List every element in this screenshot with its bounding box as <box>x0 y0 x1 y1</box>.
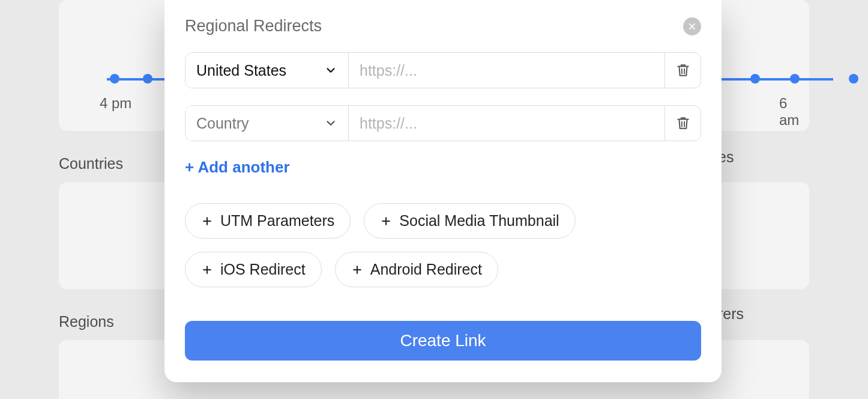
pill-social-thumbnail[interactable]: Social Media Thumbnail <box>364 203 575 239</box>
chart-dot <box>110 74 119 84</box>
pill-utm-parameters[interactable]: UTM Parameters <box>185 203 351 239</box>
country-placeholder: Country <box>196 115 249 132</box>
chart-dot <box>143 74 152 84</box>
chart-tick-label: 4 pm <box>100 95 131 112</box>
modal-header: Regional Redirects <box>185 17 701 35</box>
chart-dot <box>750 74 760 84</box>
country-select[interactable]: Country <box>185 106 349 141</box>
chart-tick-label: 6 am <box>779 95 809 129</box>
redirect-url-input[interactable] <box>349 53 665 88</box>
plus-icon <box>351 264 363 276</box>
option-pills: UTM Parameters Social Media Thumbnail iO… <box>185 203 701 287</box>
pill-label: Social Media Thumbnail <box>399 212 559 230</box>
delete-row-button[interactable] <box>665 106 701 141</box>
close-button[interactable] <box>683 17 701 35</box>
chart-dot <box>790 74 800 84</box>
close-icon <box>688 22 696 31</box>
create-link-modal: Regional Redirects United States Country… <box>164 0 722 382</box>
pill-label: UTM Parameters <box>220 212 334 230</box>
chevron-down-icon <box>324 64 337 77</box>
delete-row-button[interactable] <box>665 53 701 88</box>
add-another-link[interactable]: + Add another <box>185 158 290 177</box>
chart-dot <box>849 74 858 84</box>
add-another-label: + Add another <box>185 158 290 177</box>
chevron-down-icon <box>324 117 337 130</box>
plus-icon <box>380 215 392 227</box>
plus-icon <box>201 215 213 227</box>
redirect-row: Country <box>185 105 701 141</box>
create-link-button[interactable]: Create Link <box>185 321 701 361</box>
create-link-label: Create Link <box>400 331 486 350</box>
modal-title: Regional Redirects <box>185 17 322 35</box>
trash-icon <box>675 62 691 78</box>
pill-label: iOS Redirect <box>220 261 306 278</box>
plus-icon <box>201 264 213 276</box>
country-text: United States <box>196 62 286 79</box>
trash-icon <box>675 115 691 131</box>
pill-android-redirect[interactable]: Android Redirect <box>335 252 498 287</box>
pill-ios-redirect[interactable]: iOS Redirect <box>185 252 322 287</box>
redirect-url-input[interactable] <box>349 106 665 141</box>
peek-label: rers <box>718 305 744 323</box>
country-select[interactable]: United States <box>185 53 349 88</box>
redirect-row: United States <box>185 52 701 88</box>
pill-label: Android Redirect <box>370 261 482 278</box>
